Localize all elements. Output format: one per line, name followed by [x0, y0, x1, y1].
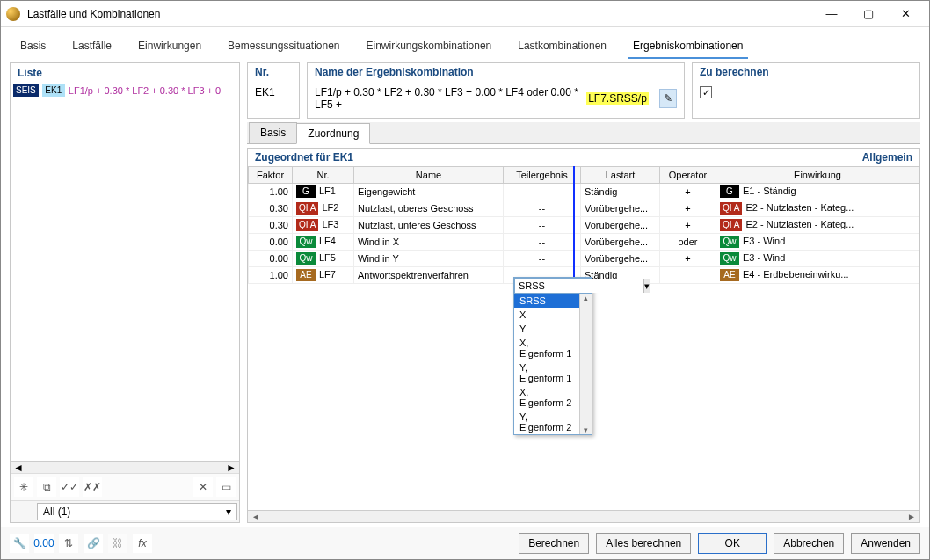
dropdown-item[interactable]: Y, Eigenform 1: [514, 360, 579, 385]
cell-nr[interactable]: AELF7: [293, 267, 354, 284]
filter-dropdown[interactable]: All (1) ▾: [37, 503, 237, 520]
tool5-button[interactable]: ⛓: [108, 534, 127, 553]
ok-button[interactable]: OK: [698, 533, 767, 554]
cell-teilergebnis[interactable]: --: [504, 184, 581, 200]
table-row[interactable]: 0.30QI ALF2Nutzlast, oberes Geschoss--Vo…: [249, 200, 919, 217]
cell-lastart[interactable]: Vorübergehe...: [581, 234, 660, 251]
tab-lastkomb[interactable]: Lastkombinationen: [512, 36, 612, 59]
table-row[interactable]: 0.30QI ALF3Nutzlast, unteres Geschoss--V…: [249, 217, 919, 234]
cell-operator[interactable]: +: [660, 217, 716, 234]
tab-einwirkungen[interactable]: Einwirkungen: [133, 36, 207, 59]
cell-nr[interactable]: QI ALF2: [293, 200, 354, 217]
cell-faktor[interactable]: 0.00: [249, 251, 293, 267]
cell-teilergebnis[interactable]: --: [504, 251, 581, 267]
subtab-zuordnung[interactable]: Zuordnung: [296, 123, 370, 144]
new-item-button[interactable]: ✳: [14, 477, 33, 497]
berechnen-button[interactable]: Berechnen: [519, 533, 589, 554]
delete-button[interactable]: ✕: [193, 477, 213, 497]
tab-basis[interactable]: Basis: [15, 36, 51, 59]
list-h-scrollbar[interactable]: ◄ ►: [11, 461, 239, 473]
cell-name[interactable]: Antwortspektrenverfahren: [354, 267, 504, 284]
dropdown-item[interactable]: X, Eigenform 1: [514, 336, 579, 360]
table-row[interactable]: 0.00QwLF5Wind in Y--Vorübergehe...+QwE3 …: [249, 251, 919, 267]
scroll-left-icon[interactable]: ◄: [13, 462, 24, 474]
cell-faktor[interactable]: 1.00: [249, 267, 293, 284]
cell-einwirkung[interactable]: QI AE2 - Nutzlasten - Kateg...: [716, 217, 919, 234]
cell-teilergebnis[interactable]: --: [504, 217, 581, 234]
cell-faktor[interactable]: 0.30: [249, 217, 293, 234]
cell-name[interactable]: Nutzlast, unteres Geschoss: [354, 217, 504, 234]
table-row[interactable]: 0.00QwLF4Wind in X--Vorübergehe...oderQw…: [249, 234, 919, 251]
teilergebnis-dropdown[interactable]: ▾ SRSSXYX, Eigenform 1Y, Eigenform 1X, E…: [513, 277, 592, 435]
list-item[interactable]: SEIS EK1 LF1/p + 0.30 * LF2 + 0.30 * LF3…: [11, 83, 239, 98]
minimize-button[interactable]: —: [813, 2, 850, 26]
teilergebnis-input[interactable]: [515, 279, 643, 293]
anwenden-button[interactable]: Anwenden: [851, 533, 920, 554]
alles-berechnen-button[interactable]: Alles berechnen: [596, 533, 691, 554]
cell-name[interactable]: Wind in Y: [354, 251, 504, 267]
cell-nr[interactable]: QwLF4: [293, 234, 354, 251]
select-all-button[interactable]: ▭: [216, 477, 236, 497]
assignment-grid[interactable]: Faktor Nr. Name Teilergebnis Lastart Ope…: [248, 166, 919, 284]
zuberechnen-checkbox[interactable]: ✓: [700, 86, 712, 98]
tool4-button[interactable]: 🔗: [84, 534, 103, 553]
abbrechen-button[interactable]: Abbrechen: [774, 533, 844, 554]
subtab-basis[interactable]: Basis: [249, 122, 297, 143]
cell-einwirkung[interactable]: QwE3 - Wind: [716, 251, 919, 267]
cell-operator[interactable]: [660, 267, 716, 284]
cell-lastart[interactable]: Vorübergehe...: [581, 251, 660, 267]
cell-nr[interactable]: QI ALF3: [293, 217, 354, 234]
cell-operator[interactable]: +: [660, 251, 716, 267]
col-teil[interactable]: Teilergebnis: [504, 167, 581, 184]
cell-operator[interactable]: +: [660, 200, 716, 217]
copy-item-button[interactable]: ⧉: [37, 477, 56, 497]
tool1-button[interactable]: 🔧: [10, 534, 29, 553]
cell-faktor[interactable]: 1.00: [249, 184, 293, 200]
cell-name[interactable]: Wind in X: [354, 234, 504, 251]
list-body[interactable]: SEIS EK1 LF1/p + 0.30 * LF2 + 0.30 * LF3…: [11, 83, 239, 461]
dropdown-item[interactable]: X: [514, 308, 579, 322]
cell-teilergebnis[interactable]: --: [504, 200, 581, 217]
tool2-button[interactable]: 0.00: [34, 534, 54, 553]
tool6-button[interactable]: fx: [133, 534, 152, 553]
edit-name-button[interactable]: ✎: [659, 89, 677, 108]
cell-teilergebnis[interactable]: --: [504, 234, 581, 251]
tab-ergebniskomb[interactable]: Ergebniskombinationen: [628, 36, 748, 59]
cell-name[interactable]: Eigengewicht: [354, 184, 504, 200]
tab-einwirkungskomb[interactable]: Einwirkungskombinationen: [361, 36, 498, 59]
scroll-up-icon[interactable]: ▴: [584, 294, 588, 302]
dropdown-item[interactable]: Y: [514, 322, 579, 336]
tab-bemessung[interactable]: Bemessungssituationen: [222, 36, 345, 59]
maximize-button[interactable]: ▢: [850, 2, 887, 26]
cell-einwirkung[interactable]: QI AE2 - Nutzlasten - Kateg...: [716, 200, 919, 217]
scroll-left-icon[interactable]: ◄: [251, 512, 260, 521]
dropdown-item[interactable]: X, Eigenform 2: [514, 385, 579, 410]
cell-einwirkung[interactable]: QwE3 - Wind: [716, 234, 919, 251]
cell-operator[interactable]: oder: [660, 234, 716, 251]
check-all-button[interactable]: ✓✓: [60, 477, 79, 497]
dropdown-item[interactable]: Y, Eigenform 2: [514, 410, 579, 434]
col-faktor[interactable]: Faktor: [249, 167, 293, 184]
dropdown-item[interactable]: SRSS: [514, 294, 579, 308]
cell-nr[interactable]: GLF1: [293, 184, 354, 200]
close-button[interactable]: ✕: [887, 2, 924, 26]
uncheck-all-button[interactable]: ✗✗: [83, 477, 102, 497]
cell-nr[interactable]: QwLF5: [293, 251, 354, 267]
cell-name[interactable]: Nutzlast, oberes Geschoss: [354, 200, 504, 217]
cell-faktor[interactable]: 0.00: [249, 234, 293, 251]
chevron-down-icon[interactable]: ▾: [643, 279, 650, 293]
grid-h-scrollbar[interactable]: ◄ ►: [248, 510, 919, 522]
cell-einwirkung[interactable]: AEE4 - Erdbebeneinwirku...: [716, 267, 919, 284]
table-row[interactable]: 1.00GLF1Eigengewicht--Ständig+GE1 - Stän…: [249, 184, 919, 200]
dropdown-scrollbar[interactable]: ▴ ▾: [579, 294, 592, 434]
cell-lastart[interactable]: Vorübergehe...: [581, 200, 660, 217]
cell-lastart[interactable]: Ständig: [581, 184, 660, 200]
scroll-down-icon[interactable]: ▾: [584, 425, 588, 434]
col-operator[interactable]: Operator: [660, 167, 716, 184]
tab-lastfaelle[interactable]: Lastfälle: [67, 36, 117, 59]
col-einwirkung[interactable]: Einwirkung: [716, 167, 919, 184]
cell-einwirkung[interactable]: GE1 - Ständig: [716, 184, 919, 200]
cell-operator[interactable]: +: [660, 184, 716, 200]
scroll-right-icon[interactable]: ►: [907, 512, 916, 521]
col-lastart[interactable]: Lastart: [581, 167, 660, 184]
